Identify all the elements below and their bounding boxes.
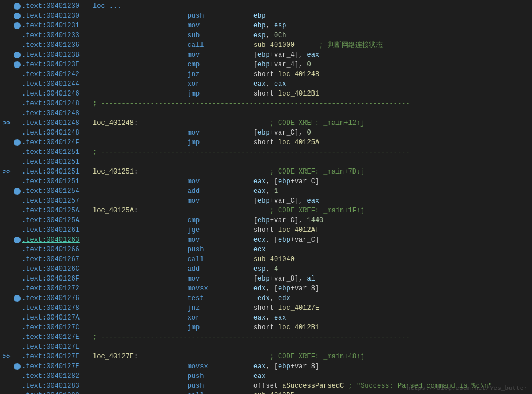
code-content: jmp short loc_4012B1 <box>93 324 531 332</box>
arrow-indicator: >> <box>1 353 13 360</box>
breakpoint-dot[interactable] <box>14 168 21 175</box>
breakpoint-dot[interactable] <box>14 305 21 312</box>
breakpoint-dot[interactable] <box>14 363 21 370</box>
code-address: .text:00401278 <box>22 304 90 312</box>
code-content: xor eax, eax <box>93 80 531 88</box>
code-address: .text:0040123B <box>22 51 90 59</box>
breakpoint-dot[interactable] <box>14 90 21 97</box>
breakpoint-dot[interactable] <box>14 81 21 88</box>
breakpoint-dot[interactable] <box>14 237 21 243</box>
breakpoint-dot[interactable] <box>14 100 21 107</box>
breakpoint-dot[interactable] <box>14 383 21 389</box>
breakpoint-dot[interactable] <box>14 61 21 68</box>
code-address: .text:00401288 <box>22 392 90 395</box>
breakpoint-dot[interactable] <box>14 188 21 195</box>
code-content: movsx eax, [ebp+var_8] <box>93 363 531 371</box>
code-line: .text:0040125A cmp [ebp+var_C], 1440 <box>0 215 532 225</box>
breakpoint-dot[interactable] <box>14 120 21 127</box>
breakpoint-dot[interactable] <box>14 373 21 380</box>
breakpoint-dot[interactable] <box>14 217 21 224</box>
code-line: .text:0040127E; ------------------------… <box>0 332 532 342</box>
code-line: .text:00401276 test edx, edx <box>0 293 532 303</box>
code-address: .text:00401251 <box>22 158 90 166</box>
breakpoint-dot[interactable] <box>14 256 21 263</box>
breakpoint-dot[interactable] <box>14 22 21 29</box>
breakpoint-dot[interactable] <box>14 285 21 292</box>
code-address: .text:0040127C <box>22 324 90 332</box>
code-address: .text:0040127A <box>22 314 90 322</box>
breakpoint-dot[interactable] <box>14 392 21 395</box>
breakpoint-dot[interactable] <box>14 110 21 117</box>
code-address: .text:00401244 <box>22 80 90 88</box>
breakpoint-dot[interactable] <box>14 198 21 204</box>
code-address: .text:0040127E <box>22 343 90 351</box>
code-address: .text:00401263 <box>22 236 90 244</box>
breakpoint-dot[interactable] <box>14 314 21 321</box>
breakpoint-dot[interactable] <box>14 266 21 273</box>
code-line: .text:0040124F jmp short loc_40125A <box>0 137 532 147</box>
code-content: loc_401251: ; CODE XREF: _main+7D↓j <box>93 168 531 176</box>
code-address: .text:00401246 <box>22 90 90 98</box>
code-line: .text:00401278 jnz short loc_40127E <box>0 303 532 313</box>
breakpoint-dot[interactable] <box>14 13 21 19</box>
code-content: loc_401248: ; CODE XREF: _main+12↑j <box>93 119 531 127</box>
code-address: .text:00401261 <box>22 226 90 234</box>
breakpoint-dot[interactable] <box>14 52 21 58</box>
code-content: jge short loc_4012AF <box>93 226 531 234</box>
code-line: .text:0040126C add esp, 4 <box>0 264 532 274</box>
code-address: .text:00401248 <box>22 100 90 108</box>
code-content: cmp [ebp+var_4], 0 <box>93 61 531 69</box>
code-line: .text:00401251 <box>0 157 532 167</box>
code-content: jmp short loc_4012B1 <box>93 90 531 98</box>
code-line: .text:00401251 mov eax, [ebp+var_C] <box>0 176 532 186</box>
code-address: .text:00401266 <box>22 246 90 254</box>
code-content: push ecx <box>93 246 531 254</box>
code-content: push eax <box>93 372 531 380</box>
code-content: movsx edx, [ebp+var_8] <box>93 285 531 293</box>
breakpoint-dot[interactable] <box>14 32 21 39</box>
code-content: mov ebp, esp <box>93 22 531 30</box>
breakpoint-dot[interactable] <box>14 149 21 156</box>
code-content: push ebp <box>93 12 531 20</box>
code-content: mov [ebp+var_C], 0 <box>93 129 531 137</box>
code-content: mov ecx, [ebp+var_C] <box>93 236 531 244</box>
code-address: .text:00401282 <box>22 372 90 380</box>
breakpoint-dot[interactable] <box>14 159 21 166</box>
code-address: .text:00401230 <box>22 12 90 20</box>
code-content: ; --------------------------------------… <box>93 333 531 341</box>
code-line: .text:00401248 <box>0 108 532 118</box>
breakpoint-dot[interactable] <box>14 3 21 10</box>
code-address: .text:00401251 <box>22 148 90 156</box>
code-address: .text:00401248 <box>22 119 90 127</box>
code-content: add esp, 4 <box>93 265 531 273</box>
breakpoint-dot[interactable] <box>14 334 21 341</box>
breakpoint-dot[interactable] <box>14 275 21 282</box>
code-address: .text:0040125A <box>22 207 90 215</box>
code-line: .text:00401257 mov [ebp+var_C], eax <box>0 196 532 206</box>
code-content: cmp [ebp+var_C], 1440 <box>93 216 531 224</box>
breakpoint-dot[interactable] <box>14 295 21 302</box>
breakpoint-dot[interactable] <box>14 353 21 360</box>
code-address: .text:00401231 <box>22 22 90 30</box>
breakpoint-dot[interactable] <box>14 71 21 78</box>
code-address: .text:00401248 <box>22 129 90 137</box>
breakpoint-dot[interactable] <box>14 344 21 350</box>
code-line: .text:00401251; ------------------------… <box>0 147 532 157</box>
breakpoint-dot[interactable] <box>14 178 21 185</box>
breakpoint-dot[interactable] <box>14 129 21 136</box>
breakpoint-dot[interactable] <box>14 324 21 331</box>
code-address: .text:0040126F <box>22 275 90 283</box>
code-address: .text:00401267 <box>22 255 90 263</box>
code-line: .text:00401263 mov ecx, [ebp+var_C] <box>0 235 532 245</box>
code-address: .text:00401283 <box>22 382 90 390</box>
breakpoint-dot[interactable] <box>14 227 21 234</box>
code-content: test edx, edx <box>93 294 531 302</box>
breakpoint-dot[interactable] <box>14 139 21 146</box>
breakpoint-dot[interactable] <box>14 246 21 253</box>
breakpoint-dot[interactable] <box>14 42 21 49</box>
code-address: .text:0040127E <box>22 363 90 371</box>
breakpoint-dot[interactable] <box>14 207 21 214</box>
code-line: .text:0040127A xor eax, eax <box>0 313 532 322</box>
arrow-indicator: >> <box>1 120 13 127</box>
code-line: .text:0040125Aloc_40125A: ; CODE XREF: _… <box>0 206 532 215</box>
